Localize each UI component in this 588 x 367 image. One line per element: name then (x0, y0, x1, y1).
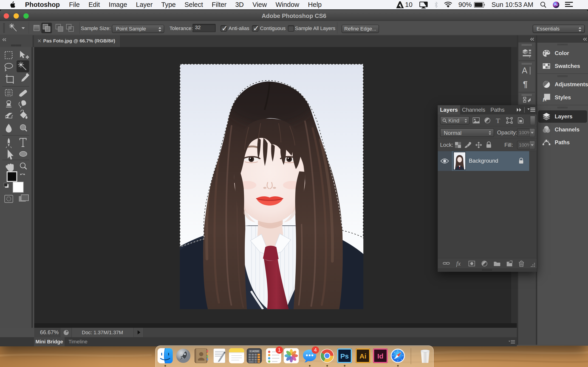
svg-text:Id: Id (377, 352, 384, 360)
svg-text:Ai: Ai (359, 352, 366, 360)
svg-text:Ps: Ps (340, 352, 349, 360)
svg-text:fx: fx (543, 97, 547, 102)
svg-text:3.141593: 3.141593 (250, 350, 259, 352)
